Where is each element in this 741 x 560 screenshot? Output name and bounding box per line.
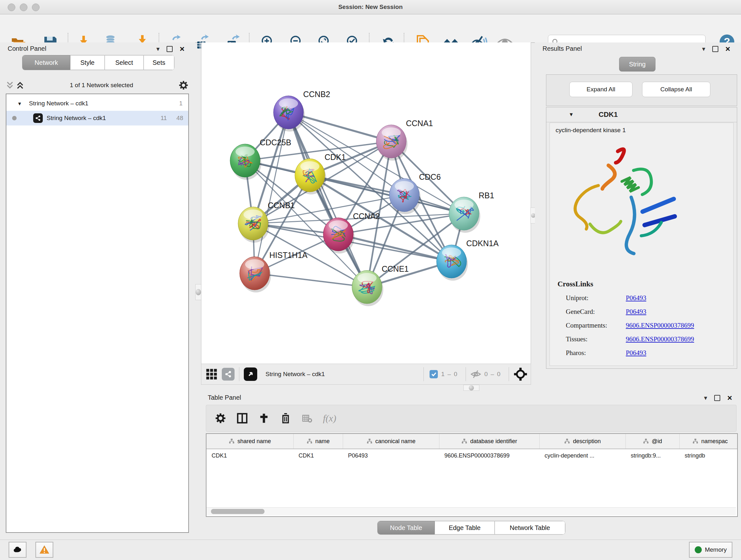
node-label-CDC6: CDC6 bbox=[419, 172, 441, 181]
crosslink-label: Compartments: bbox=[566, 321, 626, 329]
table-cell[interactable]: CDK1 bbox=[206, 449, 293, 463]
cloud-button[interactable] bbox=[9, 542, 26, 558]
column-header-database-identifier[interactable]: database identifier bbox=[440, 434, 540, 449]
panel-menu-icon[interactable]: ▾ bbox=[156, 46, 159, 52]
window-titlebar: Session: New Session bbox=[0, 0, 741, 14]
window-minimize-button[interactable] bbox=[20, 3, 27, 11]
node-CDK1[interactable] bbox=[295, 159, 326, 194]
network-row[interactable]: String Network – cdk1 11 48 bbox=[6, 111, 188, 125]
tab-sets[interactable]: Sets bbox=[144, 55, 174, 70]
node-RB1[interactable] bbox=[449, 197, 480, 233]
node-CCNB2[interactable] bbox=[273, 96, 305, 132]
table-cell[interactable]: stringdb bbox=[680, 449, 738, 463]
warning-button[interactable] bbox=[36, 542, 53, 558]
network-collection-row[interactable]: ▼ String Network – cdk1 1 bbox=[6, 96, 188, 111]
grid-view-icon[interactable] bbox=[206, 368, 217, 380]
birdseye-view-icon[interactable] bbox=[244, 368, 257, 381]
panel-close-icon[interactable]: × bbox=[727, 395, 732, 401]
node-label-CDKN1A: CDKN1A bbox=[466, 239, 499, 248]
node-CDC25B[interactable] bbox=[230, 144, 261, 180]
table-cell[interactable]: CDK1 bbox=[293, 449, 343, 463]
edge-HIST1H1A-CCNE1[interactable] bbox=[255, 273, 367, 287]
window-close-button[interactable] bbox=[8, 3, 15, 11]
result-entry: ▼ CDK1 cyclin-dependent kinase 1 bbox=[546, 107, 737, 369]
collection-label: String Network – cdk1 bbox=[29, 100, 179, 107]
scrollbar-thumb[interactable] bbox=[211, 509, 265, 514]
delete-table-icon bbox=[302, 413, 312, 423]
panel-menu-icon[interactable]: ▾ bbox=[704, 395, 707, 401]
results-button-box: Expand All Collapse All bbox=[546, 74, 737, 106]
panel-float-icon[interactable] bbox=[714, 395, 720, 401]
left-splitter-handle[interactable] bbox=[195, 284, 201, 300]
collection-expand-icon[interactable]: ▼ bbox=[17, 101, 22, 106]
crosslinks-rows: Uniprot:P06493GeneCard:P06493Compartment… bbox=[557, 294, 733, 357]
table-cell[interactable]: cyclin-dependent ... bbox=[540, 449, 626, 463]
tab-network-table[interactable]: Network Table bbox=[495, 521, 565, 535]
collapse-all-button[interactable]: Collapse All bbox=[642, 82, 711, 97]
table-horizontal-scrollbar[interactable] bbox=[206, 507, 736, 515]
collapse-all-icon[interactable] bbox=[6, 81, 14, 89]
edge-CCNB2-HIST1H1A[interactable] bbox=[255, 112, 288, 273]
memory-status-dot bbox=[695, 546, 702, 553]
tab-string[interactable]: String bbox=[619, 57, 656, 71]
network-canvas[interactable]: CCNB2CCNA1CDC25BCDK1CDC6RB1CCNB1CCNA2CDK… bbox=[201, 43, 531, 364]
tab-select[interactable]: Select bbox=[105, 55, 144, 70]
edge-CDK1-RB1[interactable] bbox=[310, 175, 464, 213]
tab-network[interactable]: Network bbox=[22, 55, 70, 70]
tab-style[interactable]: Style bbox=[70, 55, 105, 70]
show-columns-icon[interactable] bbox=[237, 413, 248, 424]
node-CCNA2[interactable] bbox=[323, 218, 354, 253]
crosslink-link[interactable]: P06493 bbox=[626, 294, 646, 302]
tab-node-table[interactable]: Node Table bbox=[378, 521, 434, 535]
edge-CCNB2-CCNE1[interactable] bbox=[288, 112, 367, 287]
panel-float-icon[interactable] bbox=[166, 46, 173, 52]
table-panel: Table Panel ▾ × f(x) shared namenamecano… bbox=[201, 391, 741, 540]
crosslink-row: Uniprot:P06493 bbox=[557, 294, 733, 302]
table-cell[interactable]: stringdb:9... bbox=[626, 449, 680, 463]
node-CCNE1[interactable] bbox=[352, 270, 383, 306]
crosslink-label: Pharos: bbox=[566, 349, 626, 357]
control-panel: Control Panel ▾ × Network Style Select S… bbox=[0, 43, 195, 540]
panel-menu-icon[interactable]: ▾ bbox=[702, 46, 705, 52]
bottom-splitter-handle[interactable] bbox=[463, 385, 479, 391]
selected-checkbox-icon[interactable] bbox=[429, 370, 438, 378]
network-view-type-icon[interactable] bbox=[222, 368, 234, 381]
table-cell[interactable]: 9606.ENSP00000378699 bbox=[440, 449, 540, 463]
delete-column-icon[interactable] bbox=[280, 413, 291, 424]
memory-label: Memory bbox=[705, 546, 727, 553]
fit-selected-icon[interactable] bbox=[514, 367, 528, 381]
panel-close-icon[interactable]: × bbox=[725, 46, 730, 52]
expand-all-button[interactable]: Expand All bbox=[569, 82, 632, 97]
tab-edge-table[interactable]: Edge Table bbox=[434, 521, 495, 535]
add-column-icon[interactable] bbox=[259, 413, 269, 424]
crosslink-link[interactable]: P06493 bbox=[626, 308, 646, 316]
column-header--id[interactable]: @id bbox=[626, 434, 680, 449]
crosslink-link[interactable]: 9606.ENSP00000378699 bbox=[626, 335, 694, 343]
node-CCNA1[interactable] bbox=[376, 125, 408, 161]
node-HIST1H1A[interactable] bbox=[240, 257, 271, 293]
column-header-name[interactable]: name bbox=[293, 434, 343, 449]
network-selection-status: 1 of 1 Network selected bbox=[24, 82, 179, 89]
column-header-namespac[interactable]: namespac bbox=[680, 434, 738, 449]
expand-all-icon[interactable] bbox=[16, 81, 24, 89]
result-entry-header[interactable]: ▼ CDK1 bbox=[546, 107, 737, 122]
panel-close-icon[interactable]: × bbox=[180, 46, 185, 52]
column-header-canonical-name[interactable]: canonical name bbox=[343, 434, 440, 449]
window-zoom-button[interactable] bbox=[32, 3, 40, 11]
gear-icon[interactable] bbox=[179, 80, 188, 90]
entry-collapse-icon[interactable]: ▼ bbox=[569, 112, 574, 118]
node-CDKN1A[interactable] bbox=[436, 245, 468, 281]
table-row[interactable]: CDK1CDK1P064939606.ENSP00000378699cyclin… bbox=[206, 449, 738, 463]
table-cell[interactable]: P06493 bbox=[343, 449, 440, 463]
node-label-CCNB2: CCNB2 bbox=[303, 90, 330, 99]
column-header-shared-name[interactable]: shared name bbox=[206, 434, 293, 449]
panel-float-icon[interactable] bbox=[712, 46, 718, 52]
table-panel-title: Table Panel bbox=[208, 394, 241, 401]
column-header-description[interactable]: description bbox=[540, 434, 626, 449]
memory-button[interactable]: Memory bbox=[689, 542, 732, 558]
gear-icon[interactable] bbox=[215, 413, 226, 424]
node-label-CDK1: CDK1 bbox=[325, 152, 346, 162]
crosslink-link[interactable]: 9606.ENSP00000378699 bbox=[626, 321, 694, 329]
result-entry-body: cyclin-dependent kinase 1 CrossLinks bbox=[549, 123, 734, 366]
crosslink-link[interactable]: P06493 bbox=[626, 349, 646, 357]
